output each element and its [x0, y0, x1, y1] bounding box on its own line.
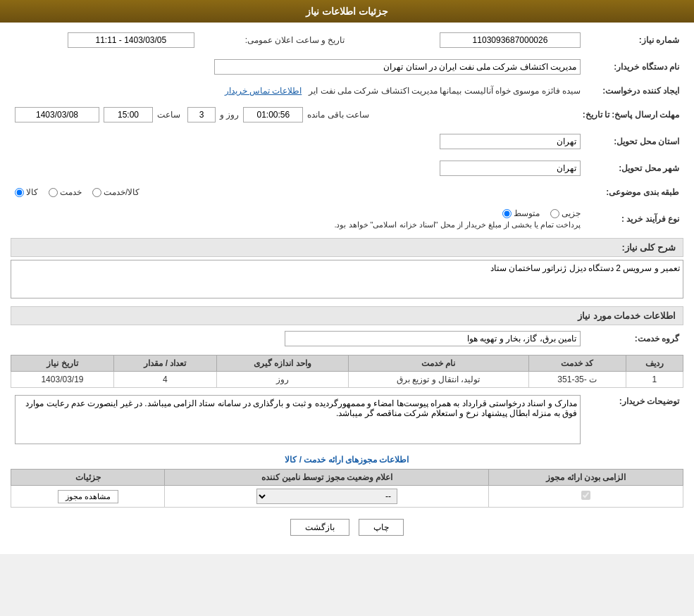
buyer-org-input[interactable]	[214, 59, 581, 75]
process-type-row: نوع فرآیند خرید : جزیی متوسط پرداخت تمام…	[11, 206, 683, 232]
need-number-row: شماره نیاز: تاریخ و ساعت اعلان عمومی:	[11, 30, 683, 51]
cell-row-num: 1	[626, 372, 683, 388]
service-group-value-cell	[11, 328, 585, 349]
announce-date-input[interactable]	[68, 32, 194, 48]
creator-value-cell: سیده فائزه موسوی خواه آنالیست بیمانها مد…	[11, 83, 585, 99]
buyer-notes-row: توضیحات خریدار:	[11, 392, 683, 449]
delivery-province-row: استان محل تحویل:	[11, 131, 683, 152]
permit-col-details: جزئیات	[11, 470, 165, 486]
col-quantity: تعداد / مقدار	[113, 356, 216, 372]
creator-label: ایجاد کننده درخواست:	[585, 83, 683, 99]
cell-unit: روز	[216, 372, 348, 388]
permit-col-status: اعلام وضعیت مجوز توسط نامین کننده	[165, 470, 489, 486]
announce-value-cell	[11, 30, 199, 51]
category-value-cell: کالا/خدمت خدمت کالا	[11, 184, 585, 200]
radio-medium-item: متوسط	[502, 208, 540, 218]
permit-status-select[interactable]: --	[256, 489, 397, 504]
radio-partial[interactable]	[550, 209, 559, 218]
cell-service-name: تولید، انتقال و توزیع برق	[348, 372, 528, 388]
permit-info-title: اطلاعات مجوزهای ارائه خدمت / کالا	[11, 455, 683, 465]
col-row-num: ردیف	[626, 356, 683, 372]
category-row: طبقه بندی موضوعی: کالا/خدمت خدمت کالا	[11, 184, 683, 200]
creator-contact-link[interactable]: اطلاعات تماس خریدار	[225, 86, 302, 96]
radio-goods-service-item: کالا/خدمت	[92, 187, 140, 197]
permit-table: الزامی بودن ارائه مجوز اعلام وضعیت مجوز …	[11, 469, 683, 508]
delivery-city-label: شهر محل تحویل:	[585, 158, 683, 179]
col-service-code: کد خدمت	[528, 356, 626, 372]
delivery-city-value-cell	[11, 158, 585, 179]
radio-service-label: خدمت	[60, 187, 82, 197]
radio-goods-label: کالا	[26, 187, 38, 197]
deadline-label: مهلت ارسال پاسخ: تا تاریخ:	[578, 104, 683, 125]
permit-required-checkbox[interactable]	[581, 491, 590, 500]
buyer-org-value-cell	[11, 56, 585, 77]
need-number-input[interactable]	[440, 32, 581, 48]
main-content: شماره نیاز: تاریخ و ساعت اعلان عمومی: نا…	[0, 23, 694, 554]
service-info-title: اطلاعات خدمات مورد نیاز	[578, 310, 676, 321]
page-wrapper: جزئیات اطلاعات نیاز شماره نیاز: تاریخ و …	[0, 0, 694, 554]
creator-text: سیده فائزه موسوی خواه آنالیست بیمانها مد…	[309, 86, 581, 96]
col-need-date: تاریخ نیاز	[11, 356, 114, 372]
service-info-section-header: اطلاعات خدمات مورد نیاز	[11, 306, 683, 325]
delivery-province-label: استان محل تحویل:	[585, 131, 683, 152]
permit-status-cell: --	[165, 486, 489, 508]
process-type-label: نوع فرآیند خرید :	[585, 206, 683, 232]
need-summary-area: 🛡 <span data-bind="values.need_summary_t…	[11, 260, 683, 301]
service-group-input[interactable]	[285, 331, 581, 346]
back-button[interactable]: بازگشت	[290, 519, 349, 536]
remain-input[interactable]	[243, 107, 303, 122]
radio-goods-service-label: کالا/خدمت	[104, 187, 140, 197]
permit-details-cell: مشاهده مجوز	[11, 486, 165, 508]
page-header: جزئیات اطلاعات نیاز	[0, 0, 694, 23]
announce-label: تاریخ و ساعت اعلان عمومی:	[199, 30, 349, 51]
delivery-province-input[interactable]	[440, 134, 581, 149]
buyer-org-label: نام دستگاه خریدار:	[585, 56, 683, 77]
need-summary-title: شرح کلی نیاز:	[621, 242, 676, 253]
spacer	[349, 30, 377, 51]
delivery-city-input[interactable]	[440, 161, 581, 176]
category-label: طبقه بندی موضوعی:	[585, 184, 683, 200]
buyer-org-row: نام دستگاه خریدار:	[11, 56, 683, 77]
buyer-notes-label: توضیحات خریدار:	[585, 392, 683, 449]
print-button[interactable]: چاپ	[359, 519, 404, 536]
services-table: ردیف کد خدمت نام خدمت واحد اندازه گیری ت…	[11, 355, 683, 388]
time-label: ساعت	[157, 110, 180, 120]
cell-service-code: ت -35-351	[528, 372, 626, 388]
deadline-row: مهلت ارسال پاسخ: تا تاریخ: ساعت باقی مان…	[11, 104, 683, 125]
need-number-value-cell	[377, 30, 585, 51]
service-group-row: گروه خدمت:	[11, 328, 683, 349]
buyer-notes-textarea[interactable]	[15, 395, 581, 444]
cell-need-date: 1403/03/19	[11, 372, 114, 388]
days-and-label: روز و	[220, 110, 239, 120]
process-note: پرداخت تمام یا بخشی از مبلغ خریدار از مح…	[15, 220, 581, 230]
permit-col-required: الزامی بودن ارائه مجوز	[489, 470, 683, 486]
deadline-date-input[interactable]	[15, 107, 99, 122]
creator-row: ایجاد کننده درخواست: سیده فائزه موسوی خو…	[11, 83, 683, 99]
process-type-value-cell: جزیی متوسط پرداخت تمام یا بخشی از مبلغ خ…	[11, 206, 585, 232]
radio-service[interactable]	[49, 188, 58, 197]
deadline-value-cell: ساعت باقی مانده روز و ساعت	[11, 104, 578, 125]
page-title: جزئیات اطلاعات نیاز	[306, 6, 388, 17]
col-unit: واحد اندازه گیری	[216, 356, 348, 372]
radio-goods[interactable]	[15, 188, 24, 197]
table-row: 1 ت -35-351 تولید، انتقال و توزیع برق رو…	[11, 372, 683, 388]
delivery-city-row: شهر محل تحویل:	[11, 158, 683, 179]
radio-partial-label: جزیی	[562, 208, 581, 218]
need-summary-section-header: شرح کلی نیاز:	[11, 238, 683, 257]
need-summary-textarea[interactable]: <span data-bind="values.need_summary_tex…	[11, 260, 683, 298]
permit-table-row: -- مشاهده مجوز	[11, 486, 683, 508]
service-group-label: گروه خدمت:	[585, 328, 683, 349]
bottom-buttons: چاپ بازگشت	[11, 510, 683, 547]
delivery-province-value-cell	[11, 131, 585, 152]
need-number-label: شماره نیاز:	[585, 30, 683, 51]
permit-required-cell	[489, 486, 683, 508]
col-service-name: نام خدمت	[348, 356, 528, 372]
days-input[interactable]	[187, 107, 216, 122]
radio-medium[interactable]	[502, 209, 512, 218]
radio-goods-item: کالا	[15, 187, 38, 197]
buyer-notes-value-cell	[11, 392, 585, 449]
cell-quantity: 4	[113, 372, 216, 388]
radio-goods-service[interactable]	[92, 188, 101, 197]
view-permit-button[interactable]: مشاهده مجوز	[58, 490, 118, 503]
deadline-time-input[interactable]	[104, 107, 153, 122]
